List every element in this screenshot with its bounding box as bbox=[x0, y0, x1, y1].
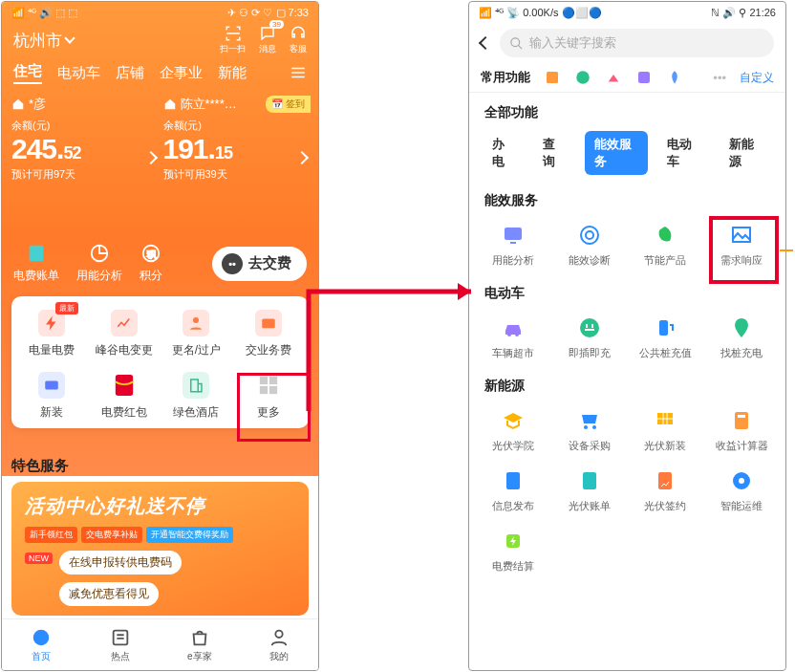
ri-gfxy[interactable]: 光伏学院 bbox=[475, 408, 551, 453]
grid-item-newinstall[interactable]: 新装 bbox=[15, 372, 88, 421]
highlight-xqxy bbox=[709, 216, 779, 284]
ri-gfqy[interactable]: 光伏签约 bbox=[628, 468, 704, 513]
redpacket-icon bbox=[114, 373, 135, 398]
card-icon bbox=[43, 377, 60, 394]
account-card-2[interactable]: 📅 签到 陈立****… 余额(元) 191.15 预计可用39天 bbox=[163, 96, 310, 182]
ri-clcs[interactable]: 车辆超市 bbox=[475, 315, 551, 360]
quick-points[interactable]: 积 积分 bbox=[140, 243, 162, 284]
support-button[interactable]: 客服 bbox=[290, 25, 307, 55]
frequent-title: 常用功能 bbox=[481, 69, 530, 86]
freq-icon-2[interactable] bbox=[574, 69, 591, 86]
city-label: 杭州市 bbox=[13, 30, 62, 52]
grid-item-dldf[interactable]: 最新电量电费 bbox=[15, 310, 88, 358]
ri-gfzd[interactable]: 光伏账单 bbox=[551, 468, 628, 513]
quick-bill[interactable]: 电费账单 bbox=[13, 243, 59, 284]
ri-znyw[interactable]: 智能运维 bbox=[703, 468, 780, 513]
section-title-ne: 新能源 bbox=[469, 366, 785, 399]
target-icon bbox=[578, 224, 601, 247]
phone-right: 📶 ⁴ᴳ 📡 0.00K/s 🔵⬜🔵 ℕ 🔊 ⚲ 21:26 输入关键字搜索 常… bbox=[468, 1, 786, 671]
svg-point-26 bbox=[515, 333, 519, 336]
ri-xxfb[interactable]: 信息发布 bbox=[475, 468, 551, 513]
svg-rect-19 bbox=[638, 72, 650, 83]
svg-point-27 bbox=[580, 318, 599, 337]
svg-point-4 bbox=[193, 317, 199, 323]
plug-icon bbox=[578, 316, 601, 339]
promo-banner[interactable]: 活动中心好礼送不停 新手领红包 交电费享补贴 开通智能交费得奖励 NEW在线申报… bbox=[11, 482, 309, 616]
ri-dfjs[interactable]: 电费结算 bbox=[475, 529, 551, 574]
status-right: ℕ 🔊 ⚲ 21:26 bbox=[711, 7, 776, 19]
home-icon bbox=[163, 98, 177, 111]
grid-newenergy: 光伏学院 设备采购 光伏新装 收益计算器 信息发布 光伏账单 光伏签约 智能运维… bbox=[469, 399, 785, 579]
tab-ev[interactable]: 电动车 bbox=[57, 64, 100, 82]
status-left: 📶 ⁴ᴳ 📡 0.00K/s 🔵⬜🔵 bbox=[479, 7, 602, 19]
category-tabs: 住宅 电动车 店铺 企事业 新能 bbox=[2, 57, 318, 88]
svg-rect-0 bbox=[30, 246, 44, 262]
menu-icon[interactable] bbox=[290, 64, 307, 81]
freq-icon-4[interactable] bbox=[635, 69, 653, 86]
grid-item-fgd[interactable]: 峰谷电变更 bbox=[88, 310, 161, 358]
news-icon bbox=[110, 627, 131, 648]
status-right: ✈ ⚇ ⟳ ♡ ▢ 7:33 bbox=[227, 7, 309, 19]
ri-jncp[interactable]: 节能产品 bbox=[628, 223, 704, 268]
tab-bandian[interactable]: 办电 bbox=[483, 131, 524, 175]
svg-point-30 bbox=[592, 425, 596, 429]
all-functions-title: 全部功能 bbox=[469, 93, 785, 125]
quick-usage[interactable]: 用能分析 bbox=[76, 243, 122, 284]
account-card-1[interactable]: *彦 余额(元) 245.52 预计可用97天 bbox=[11, 96, 158, 182]
nav-mine[interactable]: 我的 bbox=[239, 619, 318, 670]
city-selector[interactable]: 杭州市 bbox=[13, 30, 74, 52]
svg-rect-6 bbox=[45, 381, 58, 390]
ri-nxzd[interactable]: 能效诊断 bbox=[551, 223, 628, 268]
nav-home[interactable]: 首页 bbox=[2, 619, 81, 670]
promo-pills: 新手领红包 交电费享补贴 开通智能交费得奖励 bbox=[25, 527, 295, 543]
freq-icon-5[interactable] bbox=[666, 69, 683, 86]
nav-hot[interactable]: 热点 bbox=[81, 619, 161, 670]
coin-icon: 积 bbox=[140, 243, 161, 264]
ri-jcjc[interactable]: 即插即充 bbox=[551, 315, 628, 360]
tab-shop[interactable]: 店铺 bbox=[116, 64, 144, 82]
svg-point-18 bbox=[576, 71, 590, 84]
home-icon bbox=[11, 98, 25, 111]
svg-point-25 bbox=[507, 333, 511, 336]
messages-button[interactable]: 39 消息 bbox=[259, 25, 276, 55]
tab-nengxiao[interactable]: 能效服务 bbox=[585, 131, 649, 175]
grid-item-redpacket[interactable]: 电费红包 bbox=[88, 372, 161, 421]
svg-point-38 bbox=[739, 478, 744, 484]
freq-icon-3[interactable] bbox=[605, 69, 622, 86]
grid-item-rename[interactable]: 更名/过户 bbox=[161, 310, 233, 358]
school-icon bbox=[502, 409, 525, 432]
signin-badge[interactable]: 📅 签到 bbox=[266, 96, 311, 113]
status-left: 📶 ⁴ᴳ 🔊 ⬚ ⬚ bbox=[11, 7, 77, 19]
scan-button[interactable]: 扫一扫 bbox=[220, 25, 246, 55]
tab-newenergy[interactable]: 新能 bbox=[218, 64, 247, 82]
nav-eshare[interactable]: e享家 bbox=[161, 619, 240, 670]
svg-rect-21 bbox=[510, 242, 516, 244]
search-icon bbox=[509, 36, 524, 51]
person-icon bbox=[269, 627, 290, 648]
gear-icon bbox=[730, 469, 753, 492]
pay-button[interactable]: •• 去交费 bbox=[212, 247, 307, 281]
tab-query[interactable]: 查询 bbox=[533, 131, 574, 175]
tab-ev[interactable]: 电动车 bbox=[657, 131, 710, 175]
tab-newenergy[interactable]: 新能源 bbox=[720, 131, 772, 175]
ri-ggz[interactable]: 公共桩充值 bbox=[628, 315, 704, 360]
tab-enterprise[interactable]: 企事业 bbox=[160, 64, 203, 82]
illustration bbox=[2, 189, 318, 243]
tab-home[interactable]: 住宅 bbox=[13, 62, 42, 84]
promo-bubble-2: 减免优惠看得见 bbox=[59, 582, 159, 606]
promo-headline: 活动中心好礼送不停 bbox=[25, 493, 295, 519]
ri-gfxz[interactable]: 光伏新装 bbox=[628, 408, 704, 453]
ri-ynfx[interactable]: 用能分析 bbox=[475, 223, 551, 268]
ri-syjsq[interactable]: 收益计算器 bbox=[703, 408, 780, 453]
back-button[interactable] bbox=[479, 36, 492, 50]
search-input[interactable]: 输入关键字搜索 bbox=[500, 29, 774, 57]
globe-icon bbox=[31, 627, 52, 648]
bolt-icon bbox=[43, 314, 60, 332]
freq-icon-1[interactable] bbox=[544, 69, 561, 86]
ri-zzcd[interactable]: 找桩充电 bbox=[703, 315, 780, 360]
leaf-icon bbox=[654, 224, 677, 247]
ri-sbcg[interactable]: 设备采购 bbox=[551, 408, 628, 453]
grid-item-greenhotel[interactable]: 绿色酒店 bbox=[161, 372, 233, 421]
grid-item-bizfee[interactable]: 交业务费 bbox=[232, 310, 305, 358]
customize-link[interactable]: 自定义 bbox=[740, 70, 774, 86]
